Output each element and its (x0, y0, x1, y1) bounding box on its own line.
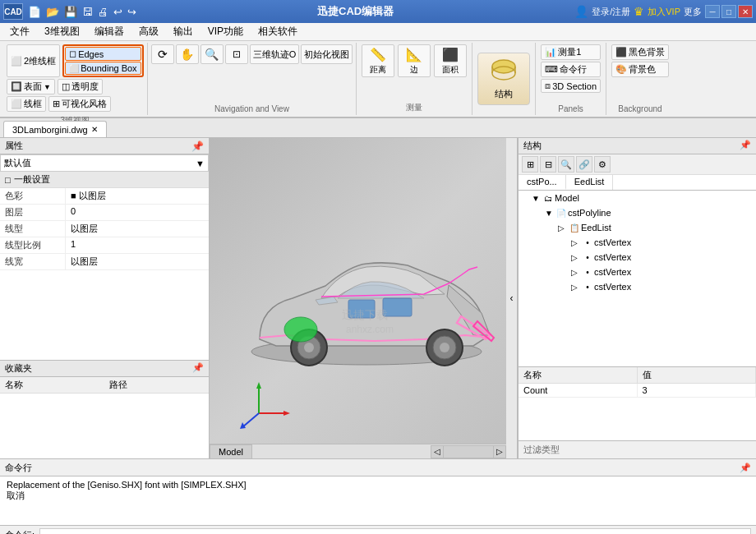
tab-3dlamborgini[interactable]: 3DLamborgini.dwg ✕ (3, 121, 107, 137)
print-icon[interactable]: 🖨 (98, 6, 108, 18)
tree-item-cstpolyline[interactable]: ▼ 📄 cstPolyline (519, 205, 756, 220)
struct-btn-4[interactable]: 🔗 (576, 156, 592, 173)
structure-icon (487, 58, 520, 88)
menu-vip[interactable]: VIP功能 (201, 23, 250, 40)
measure-section-label: 测量 (362, 100, 467, 113)
toolbar-structure-section: 结构 (472, 43, 536, 115)
struct-tab-eedlist[interactable]: EedList (566, 175, 614, 190)
btn-structure[interactable]: 结构 (477, 53, 530, 105)
command-output: Replacement of the [Geniso.SHX] font wit… (0, 476, 756, 526)
viewport[interactable]: 迅捷下载 anhxz.com (210, 138, 506, 458)
area-icon: ⬛ (442, 47, 459, 62)
close-btn[interactable]: ✕ (738, 5, 753, 18)
tree-item-cstvertex-3[interactable]: ▷ • cstVertex (519, 265, 756, 279)
section-icon: ⧈ (545, 81, 551, 91)
btn-pan[interactable]: ✋ (176, 44, 199, 64)
fav-col-path: 路径 (104, 377, 209, 394)
menu-3dview[interactable]: 3维视图 (38, 23, 86, 40)
cmd-line-2: 取消 (7, 490, 749, 502)
btn-zoom-extents[interactable]: ⊡ (225, 44, 248, 64)
model-tab[interactable]: Model (210, 444, 252, 459)
open-icon[interactable]: 📂 (46, 6, 59, 18)
btn-wireframe[interactable]: ⬜ 线框 (7, 96, 46, 112)
btn-orbit[interactable]: ⟳ (151, 44, 174, 64)
vip-btn[interactable]: 加入VIP (648, 6, 680, 18)
app-logo: CAD (3, 3, 23, 20)
command-input[interactable] (39, 528, 751, 535)
measure1-icon: 📊 (545, 47, 556, 58)
prop-dropdown[interactable]: 默认值 ▼ (0, 154, 209, 172)
btn-black-bg[interactable]: ⬛ 黑色背景 (611, 44, 669, 60)
surface-icon: 🔲 (11, 81, 22, 92)
menu-editor[interactable]: 编辑器 (88, 23, 131, 40)
right-panel-collapse[interactable]: ‹ (506, 138, 518, 458)
tree-item-model[interactable]: ▼ 🗂 Model (519, 191, 756, 205)
structure-pin[interactable]: 📌 (740, 140, 751, 152)
tree-item-cstvertex-2[interactable]: ▷ • cstVertex (519, 250, 756, 265)
cmdline-icon: ⌨ (545, 64, 558, 75)
menu-file[interactable]: 文件 (3, 23, 36, 40)
struct-prop-header: 名称 值 (519, 367, 756, 384)
btn-command-line[interactable]: ⌨ 命令行 (541, 62, 601, 77)
struct-btn-1[interactable]: ⊞ (522, 156, 538, 173)
redo-icon[interactable]: ↪ (127, 6, 136, 18)
menu-output[interactable]: 输出 (167, 23, 200, 40)
new-icon[interactable]: 📄 (28, 6, 41, 18)
more-btn[interactable]: 更多 (684, 6, 702, 18)
command-pin[interactable]: 📌 (740, 463, 751, 473)
bg-section-label: Background (611, 103, 669, 113)
maximize-btn[interactable]: □ (721, 5, 736, 18)
scroll-left-btn[interactable]: ◁ (431, 445, 444, 458)
save-icon[interactable]: 💾 (64, 6, 77, 18)
fav-header: 收藏夹 📌 (0, 361, 209, 377)
structure-tabs: cstPo... EedList (519, 175, 756, 191)
btn-3d-orbit[interactable]: 三维轨迹O (250, 44, 300, 64)
pin-icon[interactable]: 📌 (191, 140, 204, 152)
btn-init-view[interactable]: 初始化视图 (301, 44, 353, 64)
struct-btn-5[interactable]: ⚙ (594, 156, 611, 173)
scrollbar-track[interactable] (444, 445, 493, 458)
btn-bounding-box[interactable]: ⬜ Bounding Box (65, 62, 141, 75)
menu-advanced[interactable]: 高级 (132, 23, 165, 40)
btn-distance[interactable]: 📏 距离 (362, 44, 394, 77)
panel-btns: 📊 测量1 ⌨ 命令行 ⧈ 3D Section (541, 44, 601, 93)
svg-marker-17 (284, 411, 290, 416)
btn-edges[interactable]: ◻ Edges (65, 47, 141, 61)
btn-area[interactable]: ⬛ 面积 (434, 44, 467, 77)
tree-item-eedlist[interactable]: ▷ 📋 EedList (519, 220, 756, 235)
saveas-icon[interactable]: 🖫 (82, 6, 93, 18)
login-btn[interactable]: 登录/注册 (592, 6, 630, 18)
undo-icon[interactable]: ↩ (113, 6, 122, 18)
btn-3d-section[interactable]: ⧈ 3D Section (541, 79, 601, 93)
tab-close-btn[interactable]: ✕ (91, 125, 98, 134)
btn-measure1[interactable]: 📊 测量1 (541, 44, 601, 60)
btn-visualize[interactable]: ⊞ 可视化风格 (48, 96, 111, 112)
prop-row-linewidth: 线宽 以图层 (0, 254, 209, 270)
prop-row-color: 色彩 ■ 以图层 (0, 188, 209, 205)
struct-tab-cstpo[interactable]: cstPo... (519, 175, 566, 190)
menu-related[interactable]: 相关软件 (251, 23, 304, 40)
tree-item-cstvertex-1[interactable]: ▷ • cstVertex (519, 235, 756, 250)
svg-line-20 (242, 413, 259, 427)
axis-svg (234, 376, 292, 434)
item-icon: 📄 (555, 206, 568, 219)
structure-panel-header: 结构 📌 (519, 138, 756, 154)
distance-icon: 📏 (370, 47, 386, 62)
minimize-btn[interactable]: ─ (705, 5, 720, 18)
struct-btn-3[interactable]: 🔍 (558, 156, 574, 173)
fav-pin[interactable]: 📌 (192, 362, 204, 375)
btn-zoom[interactable]: 🔍 (201, 44, 224, 64)
wireframe2-icon: ⬜ (11, 99, 22, 109)
btn-edge[interactable]: 📐 边 (398, 44, 431, 77)
btn-bg-color[interactable]: 🎨 背景色 (611, 62, 669, 77)
svg-point-13 (284, 317, 317, 342)
btn-surface[interactable]: 🔲 表面 ▼ (7, 79, 55, 94)
scroll-right-btn[interactable]: ▷ (493, 445, 506, 458)
btn-transparency[interactable]: ◫ 透明度 (58, 79, 103, 94)
btn-2d-wireframe[interactable]: ⬜ 2维线框 (7, 44, 60, 77)
filter-bar: 过滤类型 (519, 440, 756, 458)
tree-item-cstvertex-4[interactable]: ▷ • cstVertex (519, 279, 756, 294)
edges-icon: ◻ (69, 48, 76, 59)
menu-bar: 文件 3维视图 编辑器 高级 输出 VIP功能 相关软件 (0, 23, 756, 41)
struct-btn-2[interactable]: ⊟ (540, 156, 556, 173)
